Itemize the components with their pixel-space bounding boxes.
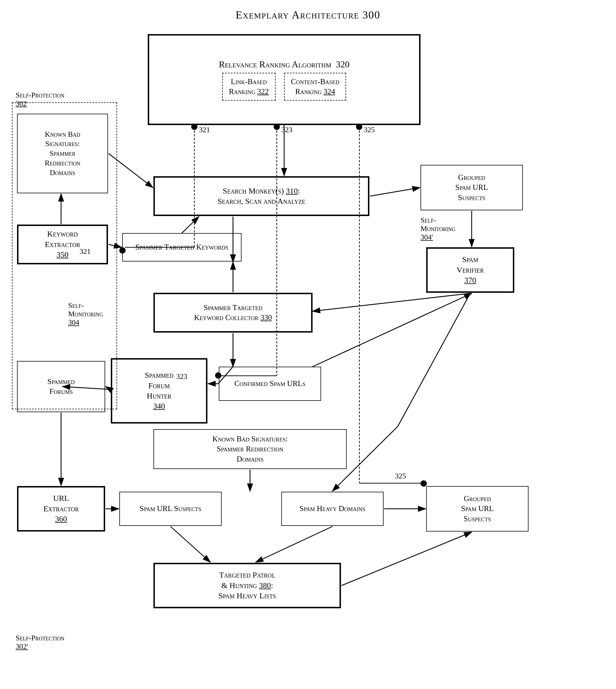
dot-325-label: 325 [364,126,375,134]
dot-325 [356,124,362,130]
spammer-keyword-collector-box: Spammer TargetedKeyword Collector 330 [153,293,312,332]
svg-line-3 [370,188,420,196]
page-title: Exemplary Architecture 300 [0,8,616,21]
relevance-ranking-box: Relevance Ranking Algorithm 320 Link-Bas… [148,34,420,125]
svg-line-14 [312,293,472,367]
dot-323 [273,124,280,130]
search-monkeys-box: Search Monkey(s) 310: Search, Scan and A… [153,176,369,216]
svg-line-25 [342,532,472,585]
dot-323-label: 323 [281,126,292,134]
dot-321-lower-label: 321 [80,247,91,256]
dot-323-lower [215,372,221,379]
confirmed-spam-urls: Confirmed Spam URLs [219,367,321,401]
spammed-forum-hunter-box: SpammedForumHunter340 [111,358,207,424]
dot-325-lower [420,480,427,487]
dot-321-lower [119,247,126,254]
url-extractor-box: URLExtractor360 [17,486,105,532]
svg-line-9 [312,293,470,311]
svg-line-21 [256,526,332,562]
grouped-spam-url-suspects-bottom: GroupedSpam URLSuspects [426,486,528,532]
self-monitoring-304prime-label: Self-Monitoring304' [420,216,456,242]
svg-line-6 [182,217,199,233]
self-protection-302prime-label: Self-Protection302' [16,634,65,651]
svg-line-20 [171,526,210,562]
spammer-targeted-keywords: Spammer Targeted Keywords [122,233,242,261]
grouped-spam-url-suspects-top: GroupedSpam URLSuspects [420,165,523,210]
self-protection-302-region [12,102,117,409]
spam-url-suspects: Spam URL Suspects [119,492,222,526]
spam-heavy-domains: Spam Heavy Domains [281,492,383,526]
dot-321 [191,124,197,130]
self-protection-302-label: Self-Protection302 [16,91,65,108]
spam-verifier-box: SpamVerifier370 [426,247,514,293]
dot-323-lower-label: 323 [176,372,187,381]
dot-325-lower-label: 325 [395,472,406,480]
svg-line-22 [398,293,470,426]
targeted-patrol-box: Targeted Patrol& Hunting 380:Spam Heavy … [153,563,341,608]
dot-321-label: 321 [199,126,210,134]
known-bad-signatures-bottom: Known Bad Signatures:Spammer Redirection… [153,429,347,469]
